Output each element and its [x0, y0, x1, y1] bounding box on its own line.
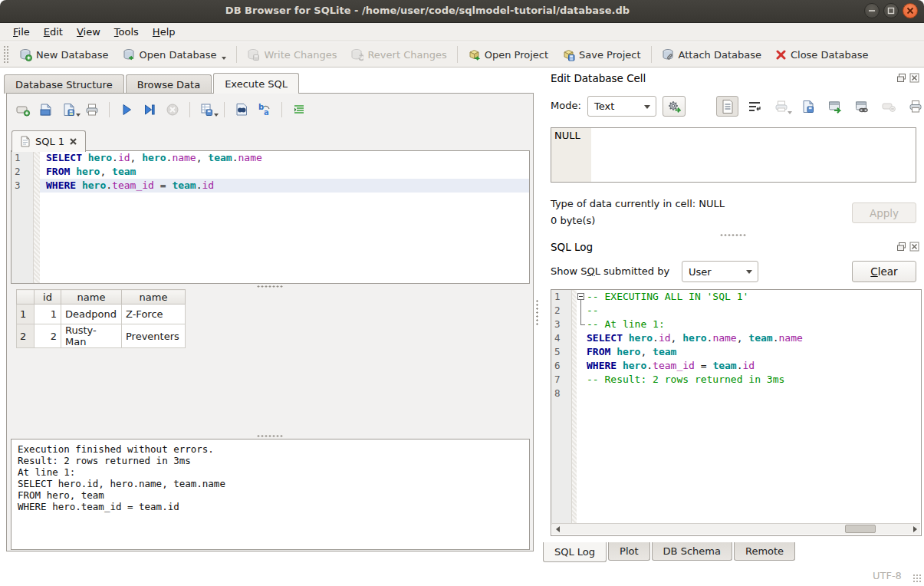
- splitter-results-messages[interactable]: [7, 433, 533, 438]
- print-cell-icon[interactable]: [904, 96, 924, 117]
- cell-hero-name[interactable]: Deadpond: [61, 305, 122, 324]
- tab-sql-log[interactable]: SQL Log: [543, 542, 607, 562]
- cell-size-text: 0 byte(s): [551, 215, 595, 226]
- sql-log-view[interactable]: 1 2 3 4 5 6 7 8 -- EXECUTING ALL IN 'SQL…: [551, 289, 922, 536]
- print-icon[interactable]: [84, 101, 100, 118]
- link-cell-icon[interactable]: [850, 96, 873, 117]
- execute-line-icon[interactable]: [141, 101, 158, 118]
- sql-tab[interactable]: SQL 1: [12, 130, 86, 152]
- open-database-dropdown[interactable]: [222, 57, 226, 60]
- log-line: SELECT hero.id, hero.name, team.name: [587, 331, 921, 345]
- close-icon: [906, 6, 915, 15]
- save-sql-dropdown[interactable]: [76, 114, 81, 117]
- export-cell-icon[interactable]: [824, 96, 846, 117]
- corner-header[interactable]: [17, 290, 35, 305]
- right-dock-area: Edit Database Cell Mode: Text: [541, 71, 924, 563]
- row-header[interactable]: 2: [17, 324, 35, 348]
- cell-hero-name[interactable]: Rusty-Man: [61, 324, 122, 348]
- maximize-button[interactable]: [883, 3, 899, 18]
- open-sql-file-icon[interactable]: [38, 101, 54, 118]
- execution-message-box[interactable]: Execution finished without errors. Resul…: [11, 439, 530, 550]
- log-line: FROM hero, team: [587, 345, 921, 359]
- col-header-team-name[interactable]: name: [122, 290, 186, 305]
- cell-id[interactable]: 1: [35, 305, 61, 324]
- tab-database-structure[interactable]: Database Structure: [4, 74, 124, 94]
- splitter-left-right[interactable]: [535, 299, 539, 325]
- tab-execute-sql[interactable]: Execute SQL: [213, 73, 299, 94]
- menu-tools[interactable]: Tools: [107, 24, 146, 40]
- cell-type-text: Type of data currently in cell: NULL: [551, 198, 725, 209]
- attach-database-button[interactable]: Attach Database: [655, 45, 768, 64]
- execute-all-icon[interactable]: [118, 101, 135, 118]
- line-number: 2: [12, 165, 33, 179]
- close-dock-icon[interactable]: [909, 242, 919, 252]
- cell-team-name[interactable]: Z-Force: [122, 305, 186, 324]
- auto-switch-mode-button[interactable]: [663, 96, 686, 117]
- new-database-button[interactable]: New Database: [12, 45, 116, 64]
- table-row[interactable]: 1 1 Deadpond Z-Force: [17, 305, 186, 324]
- splitter-editor-results[interactable]: [7, 284, 533, 288]
- toolbar-drag-handle[interactable]: [3, 45, 9, 64]
- fold-markers[interactable]: [577, 290, 587, 331]
- fold-collapse-icon[interactable]: [577, 293, 584, 300]
- results-header-row: id name name: [17, 290, 186, 305]
- menu-file[interactable]: File: [6, 24, 37, 40]
- open-database-icon: [123, 48, 136, 61]
- save-results-icon[interactable]: [199, 101, 215, 118]
- close-dock-icon[interactable]: [909, 73, 919, 83]
- float-dock-icon[interactable]: [896, 242, 906, 252]
- format-sql-icon[interactable]: [291, 101, 307, 118]
- encoding-indicator[interactable]: UTF-8: [873, 570, 902, 581]
- col-header-id[interactable]: id: [35, 290, 61, 305]
- scroll-right-arrow-icon[interactable]: [909, 524, 920, 534]
- close-button[interactable]: [903, 3, 918, 18]
- close-tab-icon[interactable]: [69, 137, 77, 146]
- word-wrap-icon[interactable]: [743, 96, 765, 117]
- find-icon[interactable]: [233, 101, 250, 118]
- save-sql-file-icon[interactable]: [61, 101, 77, 118]
- tab-remote[interactable]: Remote: [734, 542, 795, 561]
- menu-help[interactable]: Help: [146, 24, 182, 40]
- text-mode-icon[interactable]: [716, 96, 738, 117]
- tab-db-schema[interactable]: DB Schema: [652, 542, 732, 561]
- row-header[interactable]: 1: [17, 305, 35, 324]
- svg-text:a: a: [264, 108, 269, 117]
- float-dock-icon[interactable]: [896, 73, 906, 83]
- tab-plot[interactable]: Plot: [608, 542, 650, 561]
- find-replace-icon[interactable]: ba: [256, 101, 273, 118]
- save-cell-icon[interactable]: [797, 96, 819, 117]
- open-database-button[interactable]: Open Database: [116, 45, 234, 64]
- open-sql-tab-icon[interactable]: [15, 101, 31, 118]
- minimize-icon: [867, 6, 876, 15]
- cell-team-name[interactable]: Preventers: [122, 324, 186, 348]
- mode-value: Text: [594, 100, 614, 112]
- tab-browse-data[interactable]: Browse Data: [126, 74, 212, 94]
- import-data-icon: [770, 96, 792, 117]
- menu-edit[interactable]: Edit: [37, 24, 70, 40]
- resize-grip[interactable]: [912, 574, 922, 583]
- scroll-left-arrow-icon[interactable]: [552, 524, 563, 534]
- save-project-button[interactable]: Save Project: [555, 45, 648, 64]
- title-bar[interactable]: DB Browser for SQLite - /home/user/code/…: [0, 0, 924, 23]
- sql-editor[interactable]: 1 2 3 SELECT hero.id, hero.name, team.na…: [11, 150, 530, 284]
- results-table[interactable]: id name name 1 1 Deadpond Z-Force 2 2 Ru…: [16, 289, 186, 348]
- splitter-cell-log[interactable]: [541, 232, 924, 237]
- log-filter-select[interactable]: User: [682, 261, 758, 282]
- cell-id[interactable]: 2: [35, 324, 61, 348]
- mode-select[interactable]: Text: [587, 96, 656, 117]
- table-row[interactable]: 2 2 Rusty-Man Preventers: [17, 324, 186, 348]
- open-project-button[interactable]: Open Project: [461, 45, 555, 64]
- clear-log-button[interactable]: Clear: [852, 261, 916, 282]
- toolbar-separator: [189, 102, 190, 117]
- menu-view[interactable]: View: [70, 24, 107, 40]
- log-horizontal-scrollbar[interactable]: [552, 523, 920, 535]
- close-database-button[interactable]: Close Database: [768, 46, 876, 64]
- col-header-hero-name[interactable]: name: [61, 290, 122, 305]
- scrollbar-thumb[interactable]: [845, 525, 876, 533]
- bottom-tab-bar: SQL Log Plot DB Schema Remote: [543, 542, 797, 562]
- save-results-dropdown[interactable]: [214, 114, 219, 117]
- cell-value-editor[interactable]: NULL: [551, 127, 916, 183]
- sql-editor-toolbar: ba: [15, 100, 307, 120]
- log-line: -- Result: 2 rows returned in 3ms: [587, 373, 921, 387]
- minimize-button[interactable]: [864, 3, 880, 18]
